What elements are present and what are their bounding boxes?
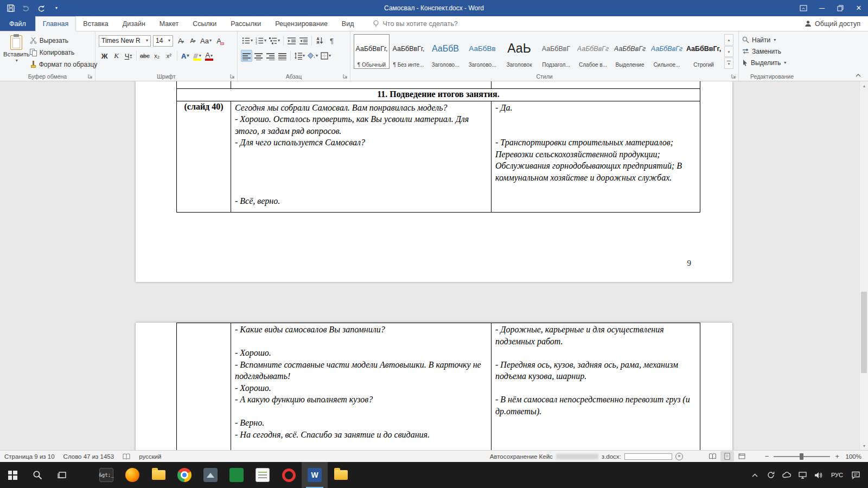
highlight-color-button[interactable]: ▾	[192, 50, 203, 62]
borders-button[interactable]: ▾	[320, 50, 332, 62]
scrollbar-up-button[interactable]: ▴	[860, 81, 868, 90]
grow-font-button[interactable]: А▴	[175, 35, 187, 47]
select-button[interactable]: Выделить ▾	[742, 57, 802, 68]
style-intense-emphasis[interactable]: АаБбВвГг Сильное...	[649, 34, 685, 69]
bullet-list-button[interactable]: ▾	[241, 35, 254, 47]
tab-home[interactable]: Главная	[35, 16, 76, 31]
slide-label-cell[interactable]: (слайд 40)	[177, 101, 231, 212]
bold-button[interactable]: Ж	[99, 50, 110, 62]
undo-button[interactable]	[18, 1, 33, 15]
taskbar-firefox-icon[interactable]	[119, 462, 145, 488]
table-cell[interactable]	[492, 81, 700, 88]
tab-layout[interactable]: Макет	[152, 16, 186, 31]
scrollbar-thumb[interactable]	[861, 292, 867, 373]
tray-sync-button[interactable]	[767, 462, 775, 488]
share-button[interactable]: Общий доступ	[805, 16, 868, 31]
tab-review[interactable]: Рецензирование	[268, 16, 335, 31]
tab-insert[interactable]: Вставка	[76, 16, 115, 31]
styles-scroll-up-button[interactable]: ▴	[724, 34, 733, 46]
restore-button[interactable]	[831, 0, 850, 16]
replace-button[interactable]: Заменить	[742, 46, 802, 57]
web-layout-button[interactable]	[735, 451, 749, 461]
ribbon-display-options-button[interactable]	[794, 0, 813, 16]
font-dialog-launcher[interactable]	[229, 73, 236, 80]
taskbar-terminal-icon[interactable]: &gt;_	[93, 462, 119, 488]
font-size-combo[interactable]: 14 ▾	[153, 35, 173, 47]
style-strong[interactable]: АаБбВвГг, Строгий	[686, 34, 722, 69]
document-area[interactable]: 11. Подведение итогов занятия. (слайд 40…	[0, 81, 868, 450]
numbered-list-button[interactable]: 123 ▾	[254, 35, 267, 47]
taskbar-opera-icon[interactable]	[276, 462, 302, 488]
change-case-button[interactable]: Аа▾	[199, 35, 213, 47]
styles-dialog-launcher[interactable]	[730, 73, 737, 80]
document-page-10[interactable]: - Какие виды самосвалов Вы запомнили? - …	[136, 323, 732, 450]
proofing-button[interactable]	[123, 453, 130, 460]
tray-language-indicator[interactable]: РУС	[830, 462, 844, 488]
student-text-cell[interactable]: - Да. - Транспортировки строительных мат…	[492, 101, 700, 212]
justify-button[interactable]	[277, 50, 288, 62]
collapse-ribbon-button[interactable]	[854, 72, 863, 79]
align-right-button[interactable]	[265, 50, 276, 62]
strikethrough-button[interactable]: abc	[139, 50, 151, 62]
hidden-icons-button[interactable]	[751, 462, 760, 488]
customize-quick-access-button[interactable]: ▾	[49, 1, 63, 15]
increase-indent-button[interactable]	[298, 35, 309, 47]
vertical-scrollbar[interactable]: ▴ ▾	[859, 81, 868, 450]
page-indicator[interactable]: Страница 9 из 10	[4, 453, 55, 460]
notification-center-button[interactable]	[851, 462, 860, 488]
style-no-spacing[interactable]: АаБбВвГг, ¶ Без инте...	[391, 34, 426, 69]
tab-references[interactable]: Ссылки	[186, 16, 224, 31]
style-emphasis[interactable]: АаБбВвГг Выделение	[612, 34, 648, 69]
zoom-slider-thumb[interactable]	[800, 453, 803, 460]
start-button[interactable]	[0, 462, 25, 488]
format-painter-button[interactable]: Формат по образцу	[30, 59, 98, 70]
slide-label-cell[interactable]	[177, 323, 231, 451]
document-page-9[interactable]: 11. Подведение итогов занятия. (слайд 40…	[136, 81, 732, 282]
teacher-text-cell[interactable]: - Какие виды самосвалов Вы запомнили? - …	[231, 323, 492, 451]
font-color-button[interactable]: А ▾	[203, 50, 215, 62]
taskbar-search-button[interactable]	[25, 462, 50, 488]
tab-design[interactable]: Дизайн	[116, 16, 152, 31]
zoom-out-button[interactable]: −	[765, 453, 769, 460]
text-effects-button[interactable]: А▾	[180, 50, 191, 62]
underline-button[interactable]: Ч▾	[123, 50, 134, 62]
tray-onedrive-button[interactable]	[782, 462, 792, 488]
style-heading2[interactable]: АаБбВв Заголово...	[464, 34, 500, 69]
styles-more-button[interactable]: ▾	[724, 57, 733, 69]
subscript-button[interactable]: x₂	[151, 50, 163, 62]
superscript-button[interactable]: x²	[163, 50, 175, 62]
find-button[interactable]: Найти ▾	[742, 34, 802, 46]
tray-volume-button[interactable]	[814, 462, 823, 488]
zoom-slider[interactable]	[774, 453, 830, 460]
align-left-button[interactable]	[241, 50, 252, 62]
table-cell[interactable]	[177, 81, 231, 88]
taskbar-folder2-icon[interactable]	[328, 462, 354, 488]
italic-button[interactable]: К	[111, 50, 122, 62]
taskbar-notepad-icon[interactable]	[250, 462, 276, 488]
student-text-cell[interactable]: - Дорожные, карьерные и для осуществлени…	[492, 323, 700, 451]
minimize-button[interactable]: ─	[813, 0, 831, 16]
autosave-cancel-button[interactable]: ×	[675, 453, 683, 460]
decrease-indent-button[interactable]	[286, 35, 297, 47]
show-formatting-marks-button[interactable]: ¶	[326, 35, 337, 47]
zoom-in-button[interactable]: +	[835, 453, 839, 460]
shading-button[interactable]: ▾	[307, 50, 319, 62]
align-center-button[interactable]	[253, 50, 264, 62]
save-button[interactable]	[3, 1, 18, 15]
multilevel-list-button[interactable]: ▾	[268, 35, 281, 47]
print-layout-button[interactable]	[720, 451, 734, 461]
paste-button[interactable]: Вставить ▾	[3, 34, 30, 72]
tab-mailings[interactable]: Рассылки	[224, 16, 268, 31]
table-cell[interactable]	[231, 81, 492, 88]
tray-network-button[interactable]	[799, 462, 807, 488]
paragraph-dialog-launcher[interactable]	[342, 73, 349, 80]
taskbar-word-icon[interactable]: W	[302, 462, 328, 488]
style-title[interactable]: АаЬ Заголовок	[501, 34, 537, 69]
tab-file[interactable]: Файл	[0, 16, 35, 31]
redo-button[interactable]	[34, 1, 48, 15]
styles-scroll-down-button[interactable]: ▾	[724, 46, 733, 57]
language-indicator[interactable]: русский	[139, 453, 161, 460]
tab-view[interactable]: Вид	[335, 16, 361, 31]
sort-button[interactable]: А Я	[314, 35, 326, 47]
section-header-cell[interactable]: 11. Подведение итогов занятия.	[177, 88, 700, 101]
